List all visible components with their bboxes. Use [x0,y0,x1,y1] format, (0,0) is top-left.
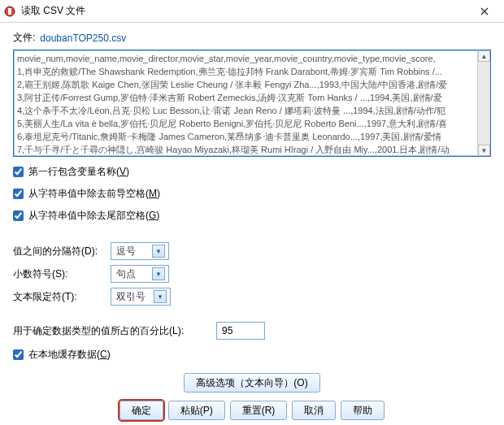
close-button[interactable] [468,0,501,23]
scroll-up-button[interactable]: ▲ [478,50,490,62]
trim-trailing-checkbox[interactable] [13,210,24,221]
check-label: 从字符串值中除去前导空格(M) [28,187,160,201]
preview-line: movie_num,movie_name,movie_director,movi… [17,52,476,65]
trim-trailing-check[interactable]: 从字符串值中除去尾部空格(G) [13,209,491,223]
preview-line: 1,肖申克的救赎/The Shawshank Redemption,弗兰克·德拉… [17,65,476,78]
paste-button[interactable]: 粘贴(P) [168,401,225,420]
reset-button[interactable]: 重置(R) [230,401,288,420]
percent-input[interactable] [216,322,265,340]
scroll-down-button[interactable]: ▼ [478,145,490,156]
titlebar: 读取 CSV 文件 [0,0,504,23]
first-row-varnames-checkbox[interactable] [13,167,24,177]
close-icon [480,7,489,15]
cache-local-check[interactable]: 在本地缓存数据(C) [13,348,491,362]
help-button[interactable]: 帮助 [341,401,385,420]
app-icon [3,5,16,18]
chevron-down-icon: ▼ [152,267,165,280]
delimiter-value: 逗号 [116,245,150,258]
content-area: 文件: doubanTOP250.csv movie_num,movie_nam… [0,23,504,425]
textqualifier-value: 双引号 [116,290,152,304]
percent-label: 用于确定数据类型的值所占的百分比(L): [13,324,216,338]
textqualifier-select[interactable]: 双引号 ▼ [111,288,171,306]
svg-rect-1 [8,8,11,15]
preview-line: 7,千与千寻/千と千尋の神隠し,宫崎骏 Hayao Miyazaki,柊瑠美 R… [17,143,476,156]
advanced-options-button[interactable]: 高级选项（文本向导）(O) [184,373,319,392]
preview-line: 5,美丽人生/La vita è bella,罗伯托·贝尼尼 Roberto B… [17,117,476,130]
decimal-value: 句点 [116,267,150,281]
chevron-down-icon: ▼ [152,245,165,258]
chevron-down-icon: ▼ [154,290,167,303]
file-row: 文件: doubanTOP250.csv [13,31,491,45]
preview-line: 8,辛德勒的名单/Schindler's List,史蒂文·斯皮尔伯格 Stev… [17,156,476,157]
trim-leading-check[interactable]: 从字符串值中除去前导空格(M) [13,187,491,201]
preview-line: 4,这个杀手不太冷/Léon,吕克·贝松 Luc Besson,让·雷诺 Jea… [17,104,476,117]
delimiter-label: 值之间的分隔符(D): [13,245,111,258]
preview-scrollbar[interactable]: ▲ ▼ [477,50,490,156]
file-label: 文件: [13,31,35,45]
file-name: doubanTOP250.csv [40,33,126,44]
cancel-button[interactable]: 取消 [292,401,336,420]
window-title: 读取 CSV 文件 [21,4,468,18]
decimal-select[interactable]: 句点 ▼ [111,265,169,283]
check-label: 第一行包含变量名称(V) [28,165,129,179]
textqualifier-row: 文本限定符(T): 双引号 ▼ [13,288,491,306]
decimal-row: 小数符号(S): 句点 ▼ [13,265,491,283]
preview-line: 2,霸王别姬,陈凯歌 Kaige Chen,张国荣 Leslie Cheung … [17,78,476,91]
preview-pane: movie_num,movie_name,movie_director,movi… [13,50,491,157]
first-row-varnames-check[interactable]: 第一行包含变量名称(V) [13,165,491,179]
textqualifier-label: 文本限定符(T): [13,290,111,304]
check-label: 从字符串值中除去尾部空格(G) [28,209,159,223]
cache-local-checkbox[interactable] [13,349,24,360]
delimiter-select[interactable]: 逗号 ▼ [111,242,169,260]
preview-line: 3,阿甘正传/Forrest Gump,罗伯特·泽米吉斯 Robert Zeme… [17,91,476,104]
decimal-label: 小数符号(S): [13,267,111,281]
percent-row: 用于确定数据类型的值所占的百分比(L): [13,322,491,340]
delimiter-row: 值之间的分隔符(D): 逗号 ▼ [13,242,491,260]
preview-line: 6,泰坦尼克号/Titanic,詹姆斯·卡梅隆 James Cameron,莱昂… [17,130,476,143]
trim-leading-checkbox[interactable] [13,189,24,199]
csv-preview[interactable]: movie_num,movie_name,movie_director,movi… [13,50,491,157]
button-bar: 确定 粘贴(P) 重置(R) 取消 帮助 [13,401,491,420]
ok-button[interactable]: 确定 [119,401,163,420]
check-label: 在本地缓存数据(C) [28,348,111,362]
